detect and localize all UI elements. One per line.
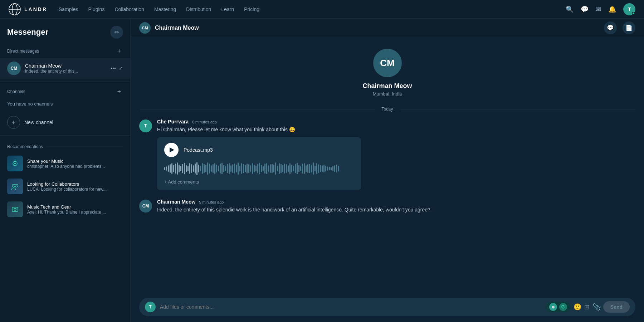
- online-indicator: [632, 12, 635, 15]
- profile-location: Mumbai, India: [373, 91, 402, 97]
- svg-point-6: [12, 184, 15, 187]
- rec-thumb-music: [7, 156, 23, 171]
- bell-icon[interactable]: 🔔: [608, 5, 616, 13]
- send-button[interactable]: Send: [603, 301, 630, 313]
- play-button[interactable]: [164, 143, 179, 157]
- rec-item-collaborators[interactable]: Looking for Collaborators LUCA: Looking …: [0, 175, 130, 198]
- top-navigation: LANDR Samples Plugins Collaboration Mast…: [0, 0, 644, 19]
- chat-header-avatar: CM: [139, 22, 151, 34]
- input-actions: ⊕ G 🙂 ⊞ 📎 Send: [546, 301, 630, 313]
- recommendations-label: Recommendations: [7, 144, 43, 149]
- sender-avatar-2: CM: [139, 200, 152, 213]
- message-text-2: Indeed, the entirety of this splendid wo…: [157, 206, 635, 214]
- rec-item-share-music[interactable]: Share your Music christopher: Also anyon…: [0, 152, 130, 175]
- contact-profile: CM Chairman Meow Mumbai, India: [131, 37, 644, 104]
- read-status-icon: ✓: [119, 65, 123, 71]
- profile-name: Chairman Meow: [362, 82, 412, 90]
- expand-button[interactable]: ⊞: [584, 303, 590, 311]
- direct-messages-section-header: Direct messages +: [0, 44, 130, 58]
- sender-name-1: Che Purrvara: [157, 119, 189, 125]
- rec-divider: [47, 147, 123, 147]
- message-input[interactable]: [160, 304, 541, 310]
- compose-button[interactable]: ✏: [110, 26, 123, 39]
- input-avatar: T: [145, 302, 156, 312]
- nav-distribution[interactable]: Distribution: [186, 6, 211, 12]
- chat-view-button[interactable]: 💬: [604, 21, 617, 34]
- direct-messages-label: Direct messages: [7, 49, 39, 54]
- user-avatar[interactable]: T: [623, 3, 635, 15]
- date-label: Today: [376, 107, 399, 112]
- nav-right-icons: 🔍 💬 ✉ 🔔 T: [566, 3, 635, 15]
- message-header-2: Chairman Meow 5 minutes ago: [157, 199, 635, 205]
- logo[interactable]: LANDR: [9, 3, 47, 15]
- message-input-area: T ⊕ G 🙂 ⊞ 📎 Send: [131, 293, 644, 322]
- audio-filename: Podcast.mp3: [184, 147, 213, 153]
- dm-item-chairman-meow[interactable]: CM Chairman Meow Indeed, the entirety of…: [0, 58, 130, 79]
- waveform: [164, 162, 354, 175]
- dm-avatar: CM: [7, 62, 21, 75]
- chat-area: CM Chairman Meow 💬 📄 CM Chairman Meow Mu…: [131, 19, 644, 322]
- add-dm-button[interactable]: +: [115, 47, 123, 55]
- message-content-1: Che Purrvara 6 minutes ago Hi Chairman, …: [157, 119, 635, 190]
- message-content-2: Chairman Meow 5 minutes ago Indeed, the …: [157, 199, 635, 214]
- no-channels-message: You have no channels: [0, 98, 130, 112]
- emoji-button[interactable]: 🙂: [574, 303, 581, 311]
- rec-thumb-tech: [7, 201, 23, 217]
- chat-header-left: CM Chairman Meow: [139, 22, 199, 34]
- nav-mastering[interactable]: Mastering: [154, 6, 176, 12]
- more-options-icon[interactable]: •••: [111, 65, 116, 71]
- rec-name-collab: Looking for Collaborators: [27, 181, 123, 187]
- dm-actions: ••• ✓: [111, 65, 123, 71]
- rec-info-music: Share your Music christopher: Also anyon…: [27, 158, 123, 169]
- rec-preview-tech: Axel: Hi, Thank you Blaine I appreciate …: [27, 210, 123, 215]
- ai-badges: ⊕ G: [546, 302, 571, 312]
- channels-label: Channels: [7, 89, 25, 94]
- message-group-1: T Che Purrvara 6 minutes ago Hi Chairman…: [131, 114, 644, 195]
- nav-learn[interactable]: Learn: [221, 6, 234, 12]
- dm-name: Chairman Meow: [25, 63, 106, 69]
- chat-icon[interactable]: 💬: [581, 5, 589, 13]
- svg-point-9: [14, 208, 16, 210]
- rec-info-collab: Looking for Collaborators LUCA: Looking …: [27, 181, 123, 192]
- rec-item-tech-gear[interactable]: Music Tech and Gear Axel: Hi, Thank you …: [0, 198, 130, 221]
- mail-icon[interactable]: ✉: [596, 5, 601, 13]
- message-time-1: 6 minutes ago: [192, 120, 217, 124]
- svg-point-7: [15, 184, 18, 187]
- brand-name: LANDR: [24, 6, 47, 12]
- divider: [0, 82, 130, 82]
- date-divider: Today: [131, 104, 644, 114]
- main-content: Messenger ✏ Direct messages + CM Chairma…: [0, 19, 644, 322]
- add-channel-button[interactable]: +: [115, 88, 123, 96]
- new-channel-button[interactable]: + New channel: [0, 112, 130, 132]
- svg-point-4: [14, 163, 16, 164]
- ai-icon-g: G: [559, 303, 567, 311]
- audio-top: Podcast.mp3: [164, 143, 354, 157]
- messenger-title: Messenger: [7, 28, 48, 37]
- chat-header-name: Chairman Meow: [155, 25, 199, 31]
- input-wrapper: T ⊕ G 🙂 ⊞ 📎 Send: [139, 298, 635, 316]
- search-icon[interactable]: 🔍: [566, 5, 574, 13]
- dm-preview: Indeed, the entirety of this...: [25, 69, 106, 74]
- audio-player: Podcast.mp3 + Add comments: [157, 137, 361, 190]
- sender-name-2: Chairman Meow: [157, 199, 195, 205]
- plus-circle-icon: +: [7, 116, 20, 129]
- nav-plugins[interactable]: Plugins: [88, 6, 104, 12]
- profile-avatar: CM: [373, 49, 402, 77]
- new-doc-button[interactable]: 📄: [623, 21, 635, 34]
- message-time-2: 5 minutes ago: [199, 200, 224, 204]
- nav-collaboration[interactable]: Collaboration: [114, 6, 144, 12]
- channels-section-header: Channels +: [0, 85, 130, 98]
- add-comments-button[interactable]: + Add comments: [164, 179, 199, 185]
- messages-area: CM Chairman Meow Mumbai, India Today T C…: [131, 37, 644, 293]
- rec-preview-music: christopher: Also anyone had problems...: [27, 164, 123, 169]
- rec-name-music: Share your Music: [27, 158, 123, 164]
- nav-pricing[interactable]: Pricing: [244, 6, 259, 12]
- nav-samples[interactable]: Samples: [59, 6, 78, 12]
- chat-header: CM Chairman Meow 💬 📄: [131, 19, 644, 37]
- recommendations-header: Recommendations: [0, 138, 130, 152]
- message-text-1: Hi Chairman, Please let me know what you…: [157, 126, 635, 133]
- nav-links: Samples Plugins Collaboration Mastering …: [59, 6, 554, 12]
- sender-avatar-1: T: [139, 119, 152, 132]
- attachment-button[interactable]: 📎: [592, 303, 600, 311]
- new-channel-label: New channel: [24, 119, 53, 125]
